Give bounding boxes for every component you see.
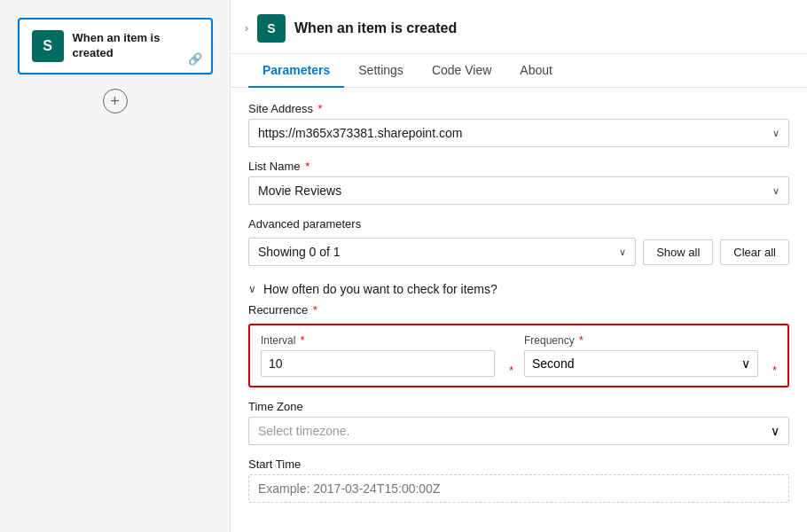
header-icon: S xyxy=(257,14,286,43)
start-time-input[interactable] xyxy=(248,474,789,503)
site-address-value: https://m365x373381.sharepoint.com xyxy=(258,126,462,140)
list-name-chevron-icon: ∨ xyxy=(772,185,780,197)
panel-content: Site Address * https://m365x373381.share… xyxy=(231,88,807,517)
site-address-chevron-icon: ∨ xyxy=(772,128,780,139)
tab-code-view[interactable]: Code View xyxy=(418,54,505,88)
timezone-label: Time Zone xyxy=(248,400,789,413)
left-panel: S When an item is created 🔗 + xyxy=(0,0,231,532)
tab-parameters[interactable]: Parameters xyxy=(248,54,344,88)
interval-input[interactable] xyxy=(261,350,495,377)
advanced-parameters-value: Showing 0 of 1 xyxy=(258,245,341,259)
recurrence-box: Interval * * Frequency * Second ∨ xyxy=(248,324,789,387)
advanced-parameters-row: Showing 0 of 1 ∨ Show all Clear all xyxy=(248,238,789,266)
trigger-card[interactable]: S When an item is created 🔗 xyxy=(18,18,213,74)
timezone-dropdown[interactable]: Select timezone. ∨ xyxy=(248,417,789,445)
recurrence-row: Interval * * Frequency * Second ∨ xyxy=(261,334,777,377)
recurrence-label: Recurrence * xyxy=(248,303,789,317)
frequency-field: Frequency * Second ∨ xyxy=(524,334,758,377)
tab-about[interactable]: About xyxy=(505,54,567,88)
panel-title: When an item is created xyxy=(294,20,457,36)
show-all-button[interactable]: Show all xyxy=(643,239,713,265)
advanced-parameters-label: Advanced parameters xyxy=(248,217,789,231)
panel-header: › S When an item is created xyxy=(231,0,807,54)
timezone-field: Time Zone Select timezone. ∨ xyxy=(248,400,789,445)
interval-field: Interval * xyxy=(261,334,495,377)
site-address-dropdown[interactable]: https://m365x373381.sharepoint.com ∨ xyxy=(248,119,789,147)
recurrence-collapse-icon: ∨ xyxy=(248,283,256,295)
breadcrumb-chevron: › xyxy=(245,22,248,35)
timezone-placeholder: Select timezone. xyxy=(258,424,350,438)
list-name-label: List Name * xyxy=(248,160,789,173)
timezone-chevron-icon: ∨ xyxy=(771,424,780,438)
recurrence-section-title: How often do you want to check for items… xyxy=(263,282,498,296)
tabs-bar: Parameters Settings Code View About xyxy=(231,54,807,88)
site-address-field: Site Address * https://m365x373381.share… xyxy=(248,102,789,147)
tab-settings[interactable]: Settings xyxy=(344,54,418,88)
frequency-chevron-icon: ∨ xyxy=(741,356,750,371)
start-time-label: Start Time xyxy=(248,458,789,471)
recurrence-section-header[interactable]: ∨ How often do you want to check for ite… xyxy=(248,282,789,296)
right-panel: › S When an item is created Parameters S… xyxy=(231,0,807,532)
add-step-button[interactable]: + xyxy=(103,89,128,113)
list-name-field: List Name * Movie Reviews ∨ xyxy=(248,160,789,205)
frequency-label: Frequency * xyxy=(524,334,758,347)
advanced-parameters-field: Advanced parameters Showing 0 of 1 ∨ Sho… xyxy=(248,217,789,266)
start-time-field: Start Time xyxy=(248,458,789,503)
site-address-label: Site Address * xyxy=(248,102,789,115)
clear-all-button[interactable]: Clear all xyxy=(720,239,789,265)
advanced-parameters-dropdown[interactable]: Showing 0 of 1 ∨ xyxy=(248,238,636,266)
trigger-icon: S xyxy=(32,30,64,62)
list-name-dropdown[interactable]: Movie Reviews ∨ xyxy=(248,176,789,205)
frequency-value: Second xyxy=(532,356,574,371)
list-name-value: Movie Reviews xyxy=(258,184,341,198)
advanced-parameters-chevron-icon: ∨ xyxy=(619,246,626,258)
frequency-asterisk: * xyxy=(772,364,777,377)
interval-label: Interval * xyxy=(261,334,495,347)
link-icon: 🔗 xyxy=(188,52,202,66)
trigger-title: When an item is created xyxy=(73,31,199,61)
frequency-dropdown[interactable]: Second ∨ xyxy=(524,350,758,377)
recurrence-field: Recurrence * Interval * * xyxy=(248,303,789,387)
interval-asterisk: * xyxy=(509,364,513,377)
